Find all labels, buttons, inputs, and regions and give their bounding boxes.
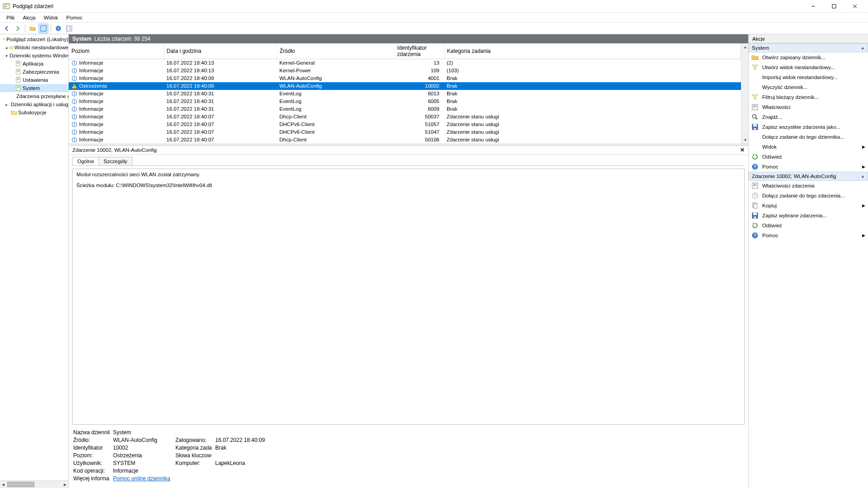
list-event-count: Liczba zdarzeń: 38 254 [94, 36, 151, 42]
action-item[interactable]: Zapisz wszystkie zdarzenia jako... [749, 122, 868, 132]
action-item[interactable]: Właściwości [749, 102, 868, 112]
tree-hscrollbar[interactable]: ◂▸ [0, 480, 68, 488]
val-source: WLAN-AutoConfig [113, 437, 172, 443]
action-item[interactable]: Importuj widok niestandardowy... [749, 72, 868, 82]
info-icon [71, 114, 77, 120]
action-item[interactable]: Otwórz zapisany dziennik... [749, 52, 868, 62]
table-row[interactable]: Informacje16.07.2022 18:40:31EventLog601… [69, 90, 741, 98]
table-row[interactable]: Informacje16.07.2022 18:40:07Dhcp-Client… [69, 113, 741, 121]
info-icon [71, 137, 77, 143]
table-row[interactable]: Informacje16.07.2022 18:40:13Kernel-Powe… [69, 67, 741, 75]
action-item[interactable]: Właściwości zdarzenia [749, 181, 868, 191]
props-icon [751, 182, 759, 189]
window-title: Podgląd zdarzeń [13, 3, 53, 9]
info-icon [71, 99, 77, 104]
menu-help[interactable]: Pomoc [63, 14, 86, 21]
grid-vscrollbar[interactable]: ▴▾ [741, 43, 748, 144]
action-item[interactable]: Dołącz zadanie do tego zdarzenia... [749, 191, 868, 201]
app-icon [3, 3, 10, 10]
col-category[interactable]: Kategoria zadania [444, 43, 741, 59]
tree-forwarded[interactable]: Zdarzenia przesyłane dalej [0, 92, 68, 100]
menu-view[interactable]: Widok [40, 14, 62, 21]
warning-icon [71, 83, 77, 89]
titlebar: Podgląd zdarzeń [0, 0, 868, 13]
action-item[interactable]: Kopiuj▶ [749, 201, 868, 211]
actions-section-event[interactable]: Zdarzenie 10002, WLAN-AutoConfig▲ [749, 172, 868, 181]
tree-security[interactable]: Zabezpieczenia [0, 68, 68, 76]
minimize-button[interactable] [803, 0, 824, 13]
tree-setup[interactable]: Ustawienia [0, 76, 68, 84]
col-date[interactable]: Data i godzina [164, 43, 277, 59]
table-row[interactable]: Informacje16.07.2022 18:40:07Dhcp-Client… [69, 136, 741, 144]
toolbar-show-tree-button[interactable] [28, 23, 38, 33]
table-row[interactable]: Informacje16.07.2022 18:40:31EventLog600… [69, 98, 741, 105]
val-log-name: System [113, 429, 172, 436]
val-user: SYSTEM [113, 460, 172, 466]
col-id[interactable]: Identyfikator zdarzenia [394, 43, 444, 59]
svg-rect-30 [832, 5, 836, 8]
action-item[interactable]: Dołącz zadanie do tego dziennika... [749, 132, 868, 142]
val-computer: LapekLeona [215, 460, 306, 466]
val-level: Ostrzeżenia [113, 452, 172, 459]
actions-section-system[interactable]: System▲ [749, 43, 868, 52]
col-source[interactable]: Źródło [277, 43, 394, 59]
action-item[interactable]: Pomoc▶ [749, 162, 868, 172]
nav-back-button[interactable] [2, 23, 12, 33]
toolbar-preview-button[interactable] [38, 23, 48, 33]
list-header-bar: System Liczba zdarzeń: 38 254 [69, 34, 748, 43]
table-row[interactable]: Ostrzeżenia16.07.2022 18:40:09WLAN-AutoC… [69, 82, 741, 90]
col-level[interactable]: Poziom [69, 43, 164, 59]
maximize-button[interactable] [824, 0, 844, 13]
detail-title: Zdarzenie 10002, WLAN-AutoConfig [72, 147, 157, 153]
help-icon [751, 232, 759, 239]
action-item[interactable]: Odśwież [749, 221, 868, 230]
tree-system[interactable]: System [0, 84, 68, 92]
table-row[interactable]: Informacje16.07.2022 18:40:13Kernel-Gene… [69, 59, 741, 67]
action-item[interactable]: Zapisz wybrane zdarzenia... [749, 211, 868, 221]
copy-icon [751, 202, 759, 209]
action-item[interactable]: Pomoc▶ [749, 230, 868, 240]
refresh-icon [751, 153, 759, 160]
actions-pane: Akcje System▲ Otwórz zapisany dziennik..… [749, 34, 868, 488]
open-icon [751, 54, 759, 61]
info-icon [71, 122, 77, 127]
menubar: Plik Akcja Widok Pomoc [0, 13, 868, 23]
event-grid[interactable]: Poziom Data i godzina Źródło Identyfikat… [69, 43, 741, 144]
tree-application[interactable]: Aplikacja [0, 60, 68, 68]
tab-general[interactable]: Ogólne [72, 157, 99, 165]
nav-forward-button[interactable] [13, 23, 23, 33]
blank-icon [751, 133, 759, 141]
tree-pane: Podgląd zdarzeń (Lokalny) ▸Widoki niesta… [0, 34, 69, 488]
actions-title: Akcje [749, 34, 868, 43]
toolbar-help-button[interactable] [53, 23, 63, 33]
tree-windows-logs[interactable]: ▾Dzienniki systemu Windows [0, 52, 68, 60]
props-icon [751, 103, 759, 111]
detail-close-button[interactable]: ✕ [740, 147, 745, 153]
toolbar-actions-toggle-button[interactable] [64, 23, 74, 33]
action-item[interactable]: Znajdź... [749, 112, 868, 122]
action-item[interactable]: Wyczyść dziennik... [749, 82, 868, 92]
table-row[interactable]: Informacje16.07.2022 18:40:31EventLog600… [69, 105, 741, 113]
info-icon [71, 106, 77, 112]
val-logged: 16.07.2022 18:40:09 [215, 437, 306, 443]
filter-icon [751, 64, 759, 71]
tab-details[interactable]: Szczegóły [99, 157, 132, 165]
tree-subscriptions[interactable]: Subskrypcje [0, 108, 68, 117]
list-log-name: System [72, 36, 92, 42]
tree-apps-services[interactable]: ▸Dzienniki aplikacji i usług [0, 100, 68, 108]
action-item[interactable]: Widok▶ [749, 142, 868, 152]
action-item[interactable]: Filtruj bieżący dziennik... [749, 92, 868, 102]
tree-root[interactable]: Podgląd zdarzeń (Lokalny) [0, 35, 68, 43]
table-row[interactable]: Informacje16.07.2022 18:40:09WLAN-AutoCo… [69, 75, 741, 82]
table-row[interactable]: Informacje16.07.2022 18:40:07DHCPv6-Clie… [69, 121, 741, 128]
menu-action[interactable]: Akcja [19, 14, 39, 21]
close-button[interactable] [844, 0, 865, 13]
tree-custom-views[interactable]: ▸Widoki niestandardowe [0, 43, 68, 52]
menu-file[interactable]: Plik [3, 14, 19, 21]
action-item[interactable]: Utwórz widok niestandardowy... [749, 62, 868, 72]
table-row[interactable]: Informacje16.07.2022 18:40:07DHCPv6-Clie… [69, 128, 741, 136]
info-icon [71, 129, 77, 135]
refresh-icon [751, 222, 759, 229]
action-item[interactable]: Odśwież [749, 152, 868, 162]
more-info-link[interactable]: Pomoc online dziennika [113, 475, 170, 482]
